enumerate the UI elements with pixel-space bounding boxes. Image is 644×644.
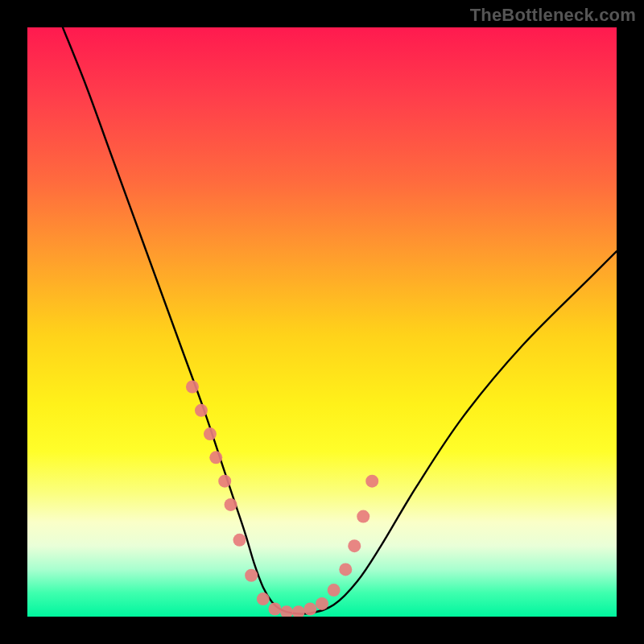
highlight-dot (357, 510, 369, 523)
chart-frame: TheBottleneck.com (0, 0, 644, 644)
highlight-dot (365, 475, 378, 488)
chart-svg (27, 27, 617, 617)
watermark-text: TheBottleneck.com (470, 5, 636, 26)
plot-area (27, 27, 617, 617)
highlight-dots (186, 381, 378, 617)
highlight-dot (233, 534, 246, 547)
highlight-dot (303, 602, 316, 615)
highlight-dot (218, 475, 231, 488)
highlight-dot (328, 584, 341, 597)
highlight-dot (245, 569, 258, 582)
highlight-dot (268, 602, 281, 615)
highlight-dot (292, 605, 305, 617)
bottleneck-curve (63, 27, 617, 614)
highlight-dot (225, 498, 237, 511)
highlight-dot (339, 563, 352, 576)
highlight-dot (186, 381, 199, 394)
highlight-dot (280, 605, 293, 617)
highlight-dot (195, 404, 208, 417)
highlight-dot (257, 592, 270, 605)
highlight-dot (348, 539, 361, 552)
highlight-dot (204, 427, 217, 440)
highlight-dot (316, 597, 328, 610)
highlight-dot (209, 451, 222, 464)
